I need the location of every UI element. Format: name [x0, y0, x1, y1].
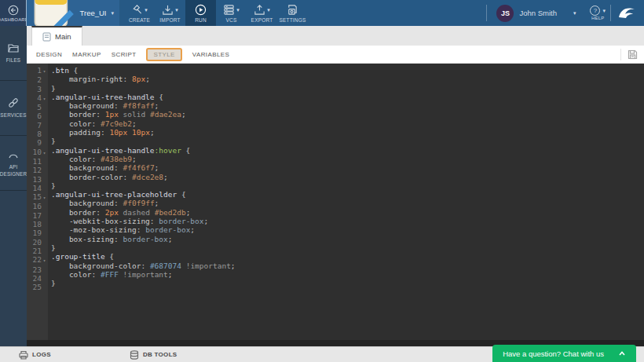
code-line: padding: 10px 10px;: [51, 128, 644, 137]
sidebar-item-label: FILES: [5, 57, 22, 64]
menu-item-export[interactable]: ▾EXPORT: [247, 0, 277, 26]
vcs-icon: [223, 4, 235, 16]
menu-item-settings[interactable]: SETTINGS: [277, 0, 308, 26]
menu-item-label: RUN: [195, 17, 207, 23]
sidebar-item-files[interactable]: FILES: [0, 26, 27, 81]
app-window: DASHBOARD Tree_UI ▾ ▾CREATE▾IMPORTRUN▾VC…: [0, 0, 644, 362]
chevron-down-icon: ▾: [145, 7, 148, 13]
menu-item-vcs[interactable]: ▾VCS: [216, 0, 247, 26]
line-number: 4▾: [27, 93, 48, 103]
menu-item-label: EXPORT: [251, 17, 273, 23]
document-icon: [42, 32, 51, 42]
editor-gutter: 1▾234▾5678910▾1112131415▾16171819202122▾…: [27, 64, 48, 340]
code-line: }: [51, 84, 644, 93]
subtab-markup[interactable]: MARKUP: [72, 49, 101, 60]
chevron-down-icon: ▾: [111, 10, 114, 16]
code-line: background-color: #687074 !important;: [51, 261, 644, 270]
fold-arrow-icon[interactable]: ▾: [42, 193, 47, 202]
fold-arrow-icon[interactable]: ▾: [42, 256, 47, 265]
code-line: background: #f8faff;: [51, 101, 644, 110]
code-line: }: [51, 181, 644, 190]
user-name: John Smith: [519, 9, 557, 17]
line-number: 11: [27, 157, 48, 166]
menu-item-label: VCS: [226, 17, 237, 23]
topbar-spacer: [308, 0, 486, 26]
code-line: color: #438eb9;: [51, 155, 644, 163]
code-line: .angular-ui-tree-handle:hover {: [51, 146, 644, 155]
code-line: border: 2px dashed #bed2db;: [51, 208, 644, 217]
line-number: 1▾: [27, 66, 48, 75]
sidebar-item-dashboard[interactable]: DASHBOARD: [0, 0, 26, 26]
tab-bar: Main: [27, 26, 644, 46]
subtab-toolbar: [620, 49, 638, 60]
status-button-label: LOGS: [32, 351, 51, 358]
menu-item-import[interactable]: ▾IMPORT: [155, 0, 185, 26]
user-menu[interactable]: JS John Smith ▾: [487, 0, 585, 26]
sidebar-item-services[interactable]: SERVICES: [0, 81, 27, 136]
run-icon: [195, 4, 207, 16]
chat-label: Have a question? Chat with us: [503, 349, 604, 358]
menu-item-label: IMPORT: [159, 17, 180, 23]
sidebar-item-label: SERVICES: [0, 112, 27, 119]
chevron-down-icon: ▾: [267, 7, 270, 13]
line-number: 23: [27, 265, 48, 274]
status-button-db-tools[interactable]: DB TOOLS: [130, 350, 177, 360]
line-number: 20: [27, 238, 48, 247]
avatar: JS: [496, 5, 514, 22]
subtab-style[interactable]: STYLE: [146, 48, 181, 61]
chevron-down-icon: ▾: [573, 10, 576, 16]
app-name: Tree_UI: [80, 9, 107, 17]
line-number: 18: [27, 220, 48, 229]
code-line: color: #FFF !important;: [51, 270, 644, 279]
fold-arrow-icon[interactable]: ▾: [42, 67, 47, 75]
line-number: 2: [27, 75, 48, 84]
save-icon[interactable]: [628, 49, 638, 60]
database-icon: [130, 350, 139, 360]
code-line: }: [51, 243, 644, 252]
code-line: }: [51, 137, 644, 145]
line-number: 19: [27, 229, 48, 237]
chevron-down-icon: ▾: [236, 7, 240, 13]
subtab-script[interactable]: SCRIPT: [112, 49, 137, 60]
line-number: 22▾: [27, 255, 48, 265]
line-number: 13: [27, 175, 48, 184]
code-line: margin-right: 8px;: [51, 75, 644, 83]
line-number: 14: [27, 184, 48, 192]
import-icon: [162, 4, 174, 16]
chat-widget[interactable]: Have a question? Chat with us: [492, 345, 636, 362]
printer-icon: [19, 350, 28, 360]
menu-item-run[interactable]: RUN: [185, 0, 216, 26]
subtab-bar: DESIGNMARKUPSCRIPTSTYLEVARIABLES: [27, 46, 644, 64]
subtab-design[interactable]: DESIGN: [36, 49, 62, 60]
line-number: 8: [27, 130, 48, 138]
code-line: -webkit-box-sizing: border-box;: [51, 217, 644, 225]
fold-arrow-icon[interactable]: ▾: [42, 148, 47, 157]
sidebar-item-api-designer[interactable]: API DESIGNER: [0, 136, 27, 191]
subtab-variables[interactable]: VARIABLES: [192, 49, 229, 60]
status-button-logs[interactable]: LOGS: [19, 350, 51, 360]
dashboard-back-icon: [8, 5, 19, 16]
line-number: 5: [27, 103, 48, 112]
help-button[interactable]: ? ▾ HELP: [585, 0, 610, 26]
code-editor[interactable]: 1▾234▾5678910▾1112131415▾16171819202122▾…: [27, 64, 644, 346]
app-body: FILESSERVICESAPI DESIGNER Main DESIGNMAR…: [0, 26, 644, 346]
link-icon: [7, 97, 20, 109]
code-line: background: #f4f6f7;: [51, 163, 644, 172]
help-label: HELP: [591, 16, 604, 20]
line-number: 24: [27, 274, 48, 283]
fold-arrow-icon[interactable]: ▾: [42, 94, 47, 103]
settings-icon: [287, 4, 298, 16]
tab-main[interactable]: Main: [31, 26, 82, 46]
editor-content[interactable]: .btn { margin-right: 8px;}.angular-ui-tr…: [48, 64, 644, 340]
code-line: background: #f0f9ff;: [51, 199, 644, 207]
chevron-down-icon: ▾: [602, 8, 606, 13]
app-selector[interactable]: Tree_UI ▾: [26, 0, 119, 26]
code-line: border: 1px solid #dae2ea;: [51, 110, 644, 119]
question-icon: ?: [590, 5, 600, 16]
arc-icon: [7, 148, 20, 161]
brand-logo-icon: [611, 0, 644, 26]
code-line: box-sizing: border-box;: [51, 235, 644, 243]
menu-item-label: SETTINGS: [279, 17, 306, 23]
line-number: 16: [27, 202, 48, 210]
menu-item-create[interactable]: ▾CREATE: [124, 0, 155, 26]
